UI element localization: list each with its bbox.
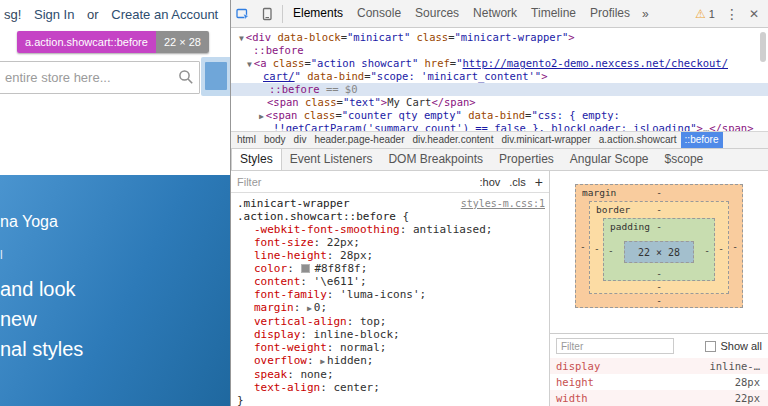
box-model-content: 22 × 28 bbox=[624, 241, 694, 263]
computed-properties: display inline-… height 28px width 22px bbox=[550, 358, 768, 406]
dom-node-span-text[interactable]: <span class="text">My Cart</span> bbox=[231, 96, 768, 109]
box-model: margin - - - - border - - - - padding bbox=[550, 171, 768, 333]
css-selector-action-showcart-before[interactable]: .action.showcart::before { bbox=[237, 210, 545, 223]
or-text: or bbox=[87, 7, 99, 22]
styles-filter-row: Filter :hov .cls + bbox=[231, 171, 549, 193]
inspect-tooltip-dimensions: 22 × 28 bbox=[156, 31, 209, 53]
css-property-margin[interactable]: margin: ▶0; bbox=[237, 301, 545, 315]
dom-node-before-selected[interactable]: ::before == $0 bbox=[231, 83, 768, 96]
create-account-link[interactable]: Create an Account bbox=[111, 7, 218, 22]
warning-icon: ⚠ bbox=[695, 7, 706, 21]
tab-properties[interactable]: Properties bbox=[491, 149, 562, 170]
console-warning-badge[interactable]: ⚠ 1 bbox=[690, 7, 720, 21]
margin-label: margin bbox=[582, 187, 616, 198]
stylesheet-source-link[interactable]: styles-m.css:1 bbox=[461, 197, 545, 210]
inspect-highlight-overlay bbox=[205, 62, 227, 90]
more-tabs-chevron[interactable]: » bbox=[637, 7, 654, 21]
breadcrumb: html body div header.page-header div.hea… bbox=[231, 131, 768, 148]
computed-row-height[interactable]: height 28px bbox=[550, 374, 768, 390]
styles-filter-input[interactable]: Filter bbox=[237, 176, 261, 188]
computed-filter-row: Show all bbox=[550, 333, 768, 358]
breadcrumb-item-body[interactable]: body bbox=[260, 132, 290, 148]
dom-tree: ▼<div data-block="minicart" class="minic… bbox=[231, 28, 768, 131]
minicart-button[interactable] bbox=[201, 57, 230, 96]
tab-network[interactable]: Network bbox=[466, 0, 524, 27]
toggle-class-button[interactable]: .cls bbox=[509, 176, 526, 188]
tree-scrollbar-thumb[interactable] bbox=[760, 32, 766, 62]
inspect-tooltip: a.action.showcart::before 22 × 28 bbox=[17, 31, 209, 53]
css-property-text-align[interactable]: text-align: center; bbox=[237, 381, 545, 394]
tab-event-listeners[interactable]: Event Listeners bbox=[282, 149, 381, 170]
breadcrumb-item-header-content[interactable]: div.header.content bbox=[408, 132, 497, 148]
breadcrumb-item-html[interactable]: html bbox=[233, 132, 260, 148]
computed-row-display[interactable]: display inline-… bbox=[550, 358, 768, 374]
css-property-font-size[interactable]: font-size: 22px; bbox=[237, 236, 545, 249]
css-property-webkit-font-smoothing[interactable]: -webkit-font-smoothing: antialiased; bbox=[237, 223, 545, 236]
hero-line: and look bbox=[0, 278, 76, 301]
hero-line: nal styles bbox=[0, 338, 83, 361]
tab-angular-scope[interactable]: Angular Scope bbox=[562, 149, 657, 170]
box-model-margin: margin - - - - border - - - - padding bbox=[575, 184, 743, 308]
css-property-font-weight[interactable]: font-weight: normal; bbox=[237, 341, 545, 354]
toolbar-right-group: ⚠ 1 ⋮ ✕ bbox=[690, 6, 768, 22]
tab-styles[interactable]: Styles bbox=[231, 149, 282, 170]
css-property-vertical-align[interactable]: vertical-align: top; bbox=[237, 315, 545, 328]
css-property-color[interactable]: color: #8f8f8f; bbox=[237, 262, 545, 275]
tab-dom-breakpoints[interactable]: DOM Breakpoints bbox=[380, 149, 491, 170]
styles-toolbar: :hov .cls + bbox=[480, 174, 543, 190]
css-property-line-height[interactable]: line-height: 28px; bbox=[237, 249, 545, 262]
close-devtools-icon[interactable]: ✕ bbox=[744, 7, 764, 21]
devtools-panel: Elements Console Sources Network Timelin… bbox=[230, 0, 768, 406]
device-toolbar-icon[interactable] bbox=[255, 1, 279, 27]
box-model-padding: padding - - - - 22 × 28 bbox=[603, 218, 715, 281]
show-all-checkbox[interactable] bbox=[705, 341, 716, 352]
hero-line: na Yoga bbox=[0, 213, 58, 231]
breadcrumb-item-page-header[interactable]: header.page-header bbox=[310, 132, 408, 148]
dom-node-before-pseudo[interactable]: ::before bbox=[231, 44, 768, 57]
css-property-font-family[interactable]: font-family: 'luma-icons'; bbox=[237, 288, 545, 301]
toolbar-separator bbox=[282, 5, 283, 23]
css-property-content[interactable]: content: '\e611'; bbox=[237, 275, 545, 288]
tab-elements[interactable]: Elements bbox=[286, 0, 350, 27]
computed-filter-input[interactable] bbox=[556, 338, 674, 354]
box-model-border: border - - - - padding - - - - 22 bbox=[589, 201, 729, 294]
header-links: sg! Sign In or Create an Account bbox=[4, 7, 227, 22]
css-property-display[interactable]: display: inline-block; bbox=[237, 328, 545, 341]
breadcrumb-item-minicart-wrapper[interactable]: div.minicart-wrapper bbox=[497, 132, 594, 148]
computed-row-width[interactable]: width 22px bbox=[550, 390, 768, 406]
css-rule-close-brace: } bbox=[237, 394, 545, 406]
breadcrumb-item-action-showcart[interactable]: a.action.showcart bbox=[595, 132, 681, 148]
search-input[interactable] bbox=[0, 61, 200, 94]
welcome-text: sg! bbox=[4, 7, 21, 22]
dom-node-minicart-wrapper[interactable]: ▼<div data-block="minicart" class="minic… bbox=[231, 31, 768, 44]
new-style-rule-button[interactable]: + bbox=[535, 174, 543, 190]
devtools-menu-icon[interactable]: ⋮ bbox=[720, 6, 744, 22]
css-rules: styles-m.css:1 .minicart-wrapper .action… bbox=[231, 193, 549, 406]
sign-in-link[interactable]: Sign In bbox=[34, 7, 74, 22]
tab-profiles[interactable]: Profiles bbox=[583, 0, 637, 27]
breadcrumb-item-before[interactable]: ::before bbox=[681, 132, 723, 148]
padding-label: padding bbox=[610, 221, 650, 232]
breadcrumb-item-div[interactable]: div bbox=[290, 132, 311, 148]
show-all-toggle[interactable]: Show all bbox=[705, 340, 762, 352]
sidebar-tabs: Styles Event Listeners DOM Breakpoints P… bbox=[231, 148, 768, 171]
css-property-speak[interactable]: speak: none; bbox=[237, 368, 545, 381]
screenshot-root: sg! Sign In or Create an Account na Yoga… bbox=[0, 0, 768, 406]
show-all-label: Show all bbox=[720, 340, 762, 352]
search-icon[interactable] bbox=[178, 69, 194, 85]
devtools-toolbar: Elements Console Sources Network Timelin… bbox=[231, 0, 768, 28]
dom-node-action-showcart-wrap[interactable]: cart/" data-bind="scope: 'minicart_conte… bbox=[231, 70, 768, 83]
computed-sidebar: margin - - - - border - - - - padding bbox=[550, 171, 768, 406]
hero-banner: na Yoga l and look new nal styles bbox=[0, 175, 230, 406]
dom-node-action-showcart[interactable]: ▼<a class="action showcart" href="http:/… bbox=[231, 57, 768, 70]
toggle-hover-state-button[interactable]: :hov bbox=[480, 176, 501, 188]
tab-timeline[interactable]: Timeline bbox=[524, 0, 583, 27]
styles-pane: Filter :hov .cls + styles-m.css:1 .minic… bbox=[231, 171, 550, 406]
tab-scope[interactable]: $scope bbox=[657, 149, 712, 170]
inspect-element-icon[interactable] bbox=[231, 1, 255, 27]
dom-node-counter-qty-wrap[interactable]: !!getCartParam('summary_count') == false… bbox=[231, 122, 768, 131]
tab-console[interactable]: Console bbox=[350, 0, 408, 27]
css-property-overflow[interactable]: overflow: ▶hidden; bbox=[237, 354, 545, 368]
tab-sources[interactable]: Sources bbox=[408, 0, 466, 27]
dom-node-counter-qty[interactable]: ▶<span class="counter qty empty" data-bi… bbox=[231, 109, 768, 122]
